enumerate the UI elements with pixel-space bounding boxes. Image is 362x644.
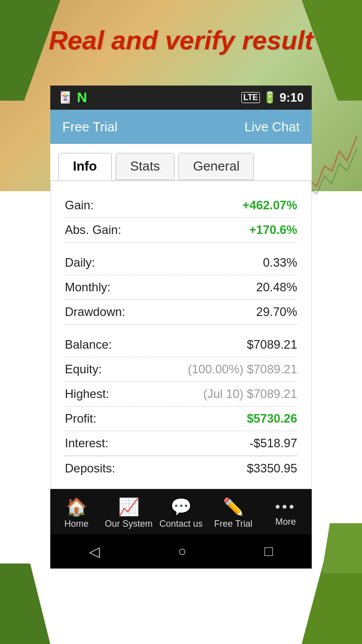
label-daily: Daily:: [65, 256, 95, 270]
nav-label-free-trial: Free Trial: [214, 519, 252, 529]
nav-label-our-system: Our System: [105, 519, 152, 529]
header-free-trial[interactable]: Free Trial: [62, 119, 118, 135]
content-area: Gain: +462.07% Abs. Gain: +170.6% Daily:…: [50, 181, 312, 489]
value-deposits: $3350.95: [247, 461, 297, 475]
chart-icon: 📈: [118, 497, 139, 517]
phone-frame: 🃏 N LTE 🔋 9:10 Free Trial Live Chat Info…: [50, 86, 312, 569]
nav-item-our-system[interactable]: 📈 Our System: [103, 497, 155, 529]
page-heading: Real and verify result: [0, 25, 362, 55]
label-gain: Gain:: [65, 198, 94, 212]
status-right: LTE 🔋 9:10: [241, 91, 304, 105]
data-row-equity: Equity: (100.00%) $7089.21: [65, 357, 297, 382]
home-icon: 🏠: [66, 497, 87, 517]
header-live-chat[interactable]: Live Chat: [244, 119, 300, 135]
nav-item-more[interactable]: ••• More: [259, 499, 312, 527]
value-daily: 0.33%: [263, 256, 297, 270]
bottom-nav: 🏠 Home 📈 Our System 💬 Contact us ✏️ Free…: [50, 489, 312, 534]
tab-stats[interactable]: Stats: [116, 153, 174, 180]
label-highest: Highest:: [65, 387, 109, 401]
data-row-daily: Daily: 0.33%: [65, 251, 297, 275]
value-equity: (100.00%) $7089.21: [188, 362, 298, 376]
nav-item-contact-us[interactable]: 💬 Contact us: [155, 497, 207, 529]
data-row-interest: Interest: -$518.97: [65, 431, 297, 456]
network-icon: N: [77, 90, 87, 106]
nav-item-home[interactable]: 🏠 Home: [50, 497, 103, 529]
label-drawdown: Drawdown:: [65, 305, 125, 319]
value-profit: $5730.26: [247, 412, 297, 426]
android-back-button[interactable]: ◁: [89, 543, 100, 560]
data-row-monthly: Monthly: 20.48%: [65, 275, 297, 300]
battery-icon: 🔋: [263, 91, 277, 104]
tabs-row: Info Stats General: [50, 144, 312, 181]
data-row-highest: Highest: (Jul 10) $7089.21: [65, 382, 297, 407]
value-abs-gain: +170.6%: [249, 223, 297, 237]
tab-general[interactable]: General: [178, 153, 254, 180]
chat-icon: 💬: [170, 497, 192, 517]
partial-row-deposits: Deposits: $3350.95: [65, 456, 297, 476]
value-monthly: 20.48%: [256, 280, 297, 294]
android-nav: ◁ ○ □: [50, 534, 312, 569]
more-icon: •••: [275, 499, 296, 515]
label-interest: Interest:: [65, 436, 109, 450]
label-monthly: Monthly:: [65, 280, 111, 294]
app-header: Free Trial Live Chat: [50, 110, 312, 144]
value-gain: +462.07%: [242, 198, 297, 212]
data-row-balance: Balance: $7089.21: [65, 333, 297, 357]
data-row-abs-gain: Abs. Gain: +170.6%: [65, 218, 297, 243]
status-bar: 🃏 N LTE 🔋 9:10: [50, 86, 312, 110]
pencil-icon: ✏️: [223, 497, 244, 517]
nav-label-more: More: [275, 517, 296, 527]
value-balance: $7089.21: [247, 338, 297, 352]
nav-label-home: Home: [64, 519, 88, 529]
tab-info[interactable]: Info: [58, 153, 112, 180]
android-recent-button[interactable]: □: [264, 543, 273, 559]
data-row-profit: Profit: $5730.26: [65, 407, 297, 431]
corner-bl-decoration: [0, 564, 50, 644]
value-highest: (Jul 10) $7089.21: [203, 387, 297, 401]
label-profit: Profit:: [65, 412, 97, 426]
data-row-gain: Gain: +462.07%: [65, 193, 297, 218]
label-abs-gain: Abs. Gain:: [65, 223, 121, 237]
status-left: 🃏 N: [58, 90, 87, 106]
value-drawdown: 29.70%: [256, 305, 297, 319]
android-home-button[interactable]: ○: [178, 543, 187, 559]
nav-item-free-trial[interactable]: ✏️ Free Trial: [207, 497, 259, 529]
value-interest: -$518.97: [249, 436, 297, 450]
sim-icon: 🃏: [58, 91, 72, 104]
clock: 9:10: [280, 91, 304, 105]
nav-label-contact-us: Contact us: [159, 519, 203, 529]
lte-badge: LTE: [241, 92, 260, 103]
label-balance: Balance:: [65, 338, 112, 352]
corner-br2-decoration: [322, 523, 362, 574]
data-row-drawdown: Drawdown: 29.70%: [65, 300, 297, 325]
label-equity: Equity:: [65, 362, 102, 376]
label-deposits: Deposits:: [65, 461, 115, 475]
